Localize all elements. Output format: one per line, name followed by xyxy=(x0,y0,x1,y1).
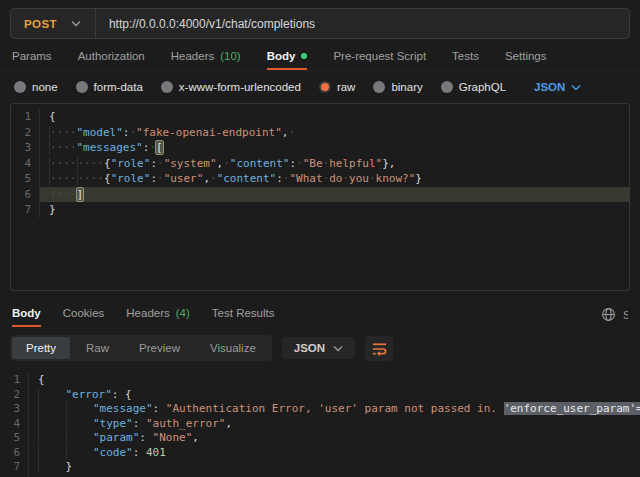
body-type-graphql[interactable]: GraphQL xyxy=(441,81,506,93)
code-line: 1{ xyxy=(11,109,629,125)
code-token: , xyxy=(225,417,232,430)
code-line: 1{ xyxy=(0,373,640,388)
line-content: "type": "auth_error", xyxy=(28,417,640,432)
code-token: "Be xyxy=(303,157,323,170)
radio-icon xyxy=(441,81,453,93)
response-tab-body[interactable]: Body xyxy=(12,301,41,327)
chevron-down-icon xyxy=(571,84,581,91)
radio-icon xyxy=(161,81,173,93)
chevron-down-icon xyxy=(71,20,81,27)
code-token: , xyxy=(192,431,199,444)
code-token: know?" xyxy=(376,172,416,185)
code-token: } xyxy=(415,172,422,185)
request-tab-headers[interactable]: Headers(10) xyxy=(171,44,241,70)
code-token xyxy=(38,402,66,415)
code-token xyxy=(38,446,66,459)
body-type-binary[interactable]: binary xyxy=(373,81,422,93)
radio-icon xyxy=(319,81,331,93)
code-token xyxy=(38,388,66,401)
radio-icon xyxy=(373,81,385,93)
code-token: "messages" xyxy=(77,141,143,154)
code-line: 5 "param": "None", xyxy=(0,431,640,446)
tab-label: Body xyxy=(267,50,296,62)
code-token: ···· xyxy=(77,172,105,185)
body-type-radios: noneform-datax-www-form-urlencodedrawbin… xyxy=(14,81,506,93)
code-token: ···· xyxy=(49,157,77,170)
tab-count-badge: (10) xyxy=(220,50,240,62)
code-token: "code" xyxy=(93,446,133,459)
line-content: ····"model":·"fake-openai-endpoint",· xyxy=(39,125,629,141)
code-line: 4········{"role":·"system",·"content":·"… xyxy=(11,156,629,172)
response-language-label: JSON xyxy=(294,342,325,354)
response-language-dropdown[interactable]: JSON xyxy=(282,337,355,359)
response-view-switcher: PrettyRawPreviewVisualize xyxy=(10,335,272,361)
wrap-text-button[interactable] xyxy=(365,336,393,361)
code-token: : { xyxy=(112,388,132,401)
body-type-raw[interactable]: raw xyxy=(319,81,356,93)
line-number: 2 xyxy=(11,125,39,141)
code-token: : xyxy=(139,431,152,444)
response-tab-headers[interactable]: Headers(4) xyxy=(126,301,190,327)
request-tab-pre-request-script[interactable]: Pre-request Script xyxy=(333,44,426,70)
method-selector[interactable]: POST xyxy=(11,18,95,30)
code-token: do xyxy=(329,172,342,185)
code-token xyxy=(66,417,94,430)
request-tab-authorization[interactable]: Authorization xyxy=(78,44,145,70)
view-raw[interactable]: Raw xyxy=(72,337,123,359)
code-token: · xyxy=(369,172,376,185)
body-type-none[interactable]: none xyxy=(14,81,58,93)
tab-label: Tests xyxy=(452,50,479,62)
code-token: · xyxy=(149,141,156,154)
request-body-editor[interactable]: 1{2····"model":·"fake-openai-endpoint",·… xyxy=(10,103,630,291)
request-tab-tests[interactable]: Tests xyxy=(452,44,479,70)
body-type-row: noneform-datax-www-form-urlencodedrawbin… xyxy=(0,71,640,103)
line-content: ········{"role":·"user",·"content":·"Wha… xyxy=(39,171,629,187)
line-number: 4 xyxy=(0,417,28,432)
code-token: ···· xyxy=(49,141,77,154)
code-token: "model" xyxy=(77,126,123,139)
body-type-form-data[interactable]: form-data xyxy=(76,81,143,93)
line-content: { xyxy=(39,109,629,125)
code-token: "system" xyxy=(164,157,217,170)
request-tab-body[interactable]: Body xyxy=(267,44,308,70)
request-tab-params[interactable]: Params xyxy=(12,44,52,70)
response-tabs: BodyCookiesHeaders(4)Test Results S xyxy=(0,299,640,327)
body-type-label: form-data xyxy=(94,81,143,93)
code-token xyxy=(66,431,94,444)
postman-window: { "request": { "method": "POST", "url": … xyxy=(0,0,640,477)
line-number: 6 xyxy=(0,446,28,461)
view-pretty[interactable]: Pretty xyxy=(12,337,70,359)
request-tab-settings[interactable]: Settings xyxy=(505,44,547,70)
code-token: : xyxy=(150,172,157,185)
body-type-label: binary xyxy=(391,81,422,93)
tab-label: Cookies xyxy=(63,307,105,319)
response-body-editor[interactable]: 1{2 "error": {3 "message": "Authenticati… xyxy=(0,369,640,477)
view-visualize[interactable]: Visualize xyxy=(196,337,270,359)
view-preview[interactable]: Preview xyxy=(125,337,194,359)
code-token xyxy=(66,402,94,415)
response-tab-cookies[interactable]: Cookies xyxy=(63,301,105,327)
line-number: 7 xyxy=(0,460,28,475)
code-token: "role" xyxy=(111,157,151,170)
line-number: 6 xyxy=(11,187,39,203)
code-token: "message" xyxy=(93,402,153,415)
code-line: 7} xyxy=(11,202,629,218)
code-token: "auth_error" xyxy=(146,417,225,430)
code-token: "content" xyxy=(217,172,277,185)
matched-bracket: [ xyxy=(156,141,163,154)
body-type-label: x-www-form-urlencoded xyxy=(179,81,301,93)
request-language-dropdown[interactable]: JSON xyxy=(534,81,581,93)
code-token: : xyxy=(133,446,146,459)
code-token: : xyxy=(133,417,146,430)
line-number: 5 xyxy=(0,431,28,446)
globe-icon[interactable] xyxy=(601,307,616,322)
body-type-x-www-form-urlencoded[interactable]: x-www-form-urlencoded xyxy=(161,81,301,93)
response-toolbar: PrettyRawPreviewVisualize JSON xyxy=(0,327,640,369)
code-line: 6····] xyxy=(11,187,629,203)
code-token: , xyxy=(203,172,210,185)
response-tab-test-results[interactable]: Test Results xyxy=(212,301,275,327)
line-content: { xyxy=(28,373,640,388)
code-token: · xyxy=(157,157,164,170)
body-type-label: GraphQL xyxy=(459,81,506,93)
url-input[interactable]: http://0.0.0.0:4000/v1/chat/completions xyxy=(96,17,315,31)
